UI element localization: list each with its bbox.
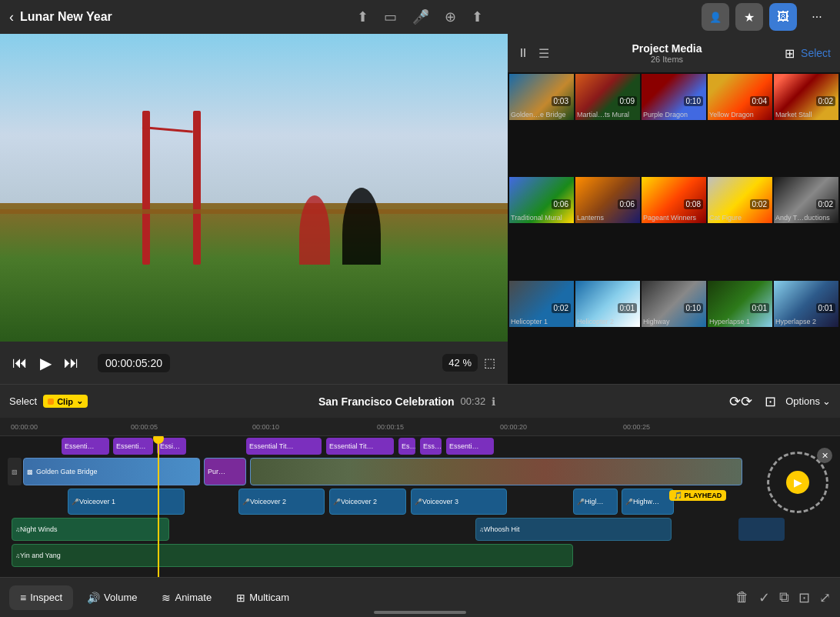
- whoosh-hit-clip[interactable]: ♫ Whoosh Hit: [475, 518, 672, 541]
- clip-arrow: ⌄: [76, 396, 83, 406]
- media-item-7[interactable]: 0:08Pageant Winners: [642, 177, 706, 223]
- voiceover-clip-5[interactable]: 🎤 Higl…: [573, 489, 618, 515]
- volume-button[interactable]: 🔊 Volume: [76, 585, 148, 610]
- top-bar-left: ‹ Lunar New Year: [9, 9, 702, 25]
- options-button[interactable]: Options ⌄: [785, 395, 831, 407]
- close-playhead-end-button[interactable]: ✕: [817, 448, 832, 463]
- info-icon[interactable]: ℹ: [492, 395, 495, 408]
- skip-forward-button[interactable]: ⏭: [64, 354, 79, 372]
- split-tool-button[interactable]: ⊡: [762, 390, 779, 413]
- confirm-button[interactable]: ✓: [758, 589, 770, 606]
- play-button[interactable]: ▶: [40, 354, 52, 372]
- video-track: ▧ ▩Golden Gate Bridge Pur…: [0, 456, 840, 487]
- playhead[interactable]: [158, 436, 159, 577]
- media-item-3[interactable]: 0:04Yellow Dragon: [708, 74, 772, 120]
- media-item-10[interactable]: 0:02Helicopter 1: [509, 281, 574, 327]
- voiceover-clip-1[interactable]: 🎤 Voiceover 1: [68, 489, 185, 515]
- grid-view-button[interactable]: ⊞: [785, 46, 795, 61]
- delete-button[interactable]: 🗑: [735, 589, 749, 605]
- media-library-button[interactable]: 🖼: [769, 3, 797, 31]
- timeline-tracks: Essenti… Essenti… Essi… Essential Tit… E…: [0, 436, 840, 577]
- timeline-ruler: 00:00:00 00:00:05 00:00:10 00:00:15 00:0…: [0, 418, 840, 436]
- media-item-0[interactable]: 0:03Golden…e Bridge: [509, 74, 574, 120]
- ruler-mark-2: 00:00:10: [252, 423, 279, 431]
- video-clip-1[interactable]: ▩Golden Gate Bridge: [23, 458, 200, 485]
- timecode-display: 00:00:05:20: [98, 354, 170, 372]
- export-icon[interactable]: ⬆: [472, 8, 483, 25]
- project-title: Lunar New Year: [20, 10, 112, 24]
- skip-back-button[interactable]: ⏮: [12, 354, 28, 372]
- fullscreen-button[interactable]: ⤢: [819, 589, 831, 606]
- inspect-icon: ≡: [20, 592, 26, 604]
- multicam-button[interactable]: ⊞ Multicam: [225, 585, 300, 610]
- media-item-1[interactable]: 0:09Martial…ts Mural: [575, 74, 640, 120]
- playhead-end-inner: ▶: [786, 471, 809, 494]
- add-effect-icon[interactable]: ⊕: [445, 8, 456, 25]
- media-grid: 0:03Golden…e Bridge0:09Martial…ts Mural0…: [508, 72, 840, 384]
- list-icon[interactable]: ☰: [538, 46, 549, 61]
- clip-indicator: Clip ⌄: [43, 395, 88, 408]
- title-clip-5[interactable]: Essential Tit…: [326, 438, 394, 455]
- zoom-icon[interactable]: ⬚: [484, 355, 495, 370]
- animate-button[interactable]: ≋ Animate: [151, 585, 222, 610]
- clip-dot: [48, 399, 54, 405]
- mic-icon[interactable]: 🎤: [412, 8, 429, 25]
- media-item-14[interactable]: 0:01Hyperlapse 2: [774, 281, 838, 327]
- yin-yang-clip[interactable]: ♫ Yin and Yang: [12, 544, 573, 567]
- media-item-9[interactable]: 0:02Andy T…ductions: [774, 177, 838, 223]
- title-clip-4[interactable]: Essential Tit…: [246, 438, 322, 455]
- timeline-area: Select Clip ⌄ San Francisco Celebration …: [0, 384, 840, 577]
- media-header-center: Project Media 26 Items: [555, 42, 778, 64]
- media-item-2[interactable]: 0:10Purple Dragon: [642, 74, 706, 120]
- timeline-select-label: Select: [9, 395, 37, 407]
- media-item-12[interactable]: 0:10Highway: [642, 281, 706, 327]
- ruler-mark-3: 00:00:15: [377, 423, 404, 431]
- voiceover-clip-4[interactable]: 🎤 Voiceover 3: [411, 489, 507, 515]
- title-clip-1[interactable]: Essenti…: [62, 438, 109, 455]
- split-button[interactable]: ⧉: [779, 589, 789, 605]
- more-button[interactable]: ···: [803, 3, 831, 31]
- voiceover-clip-6[interactable]: 🎤 Highw…: [622, 489, 674, 515]
- video-clip-3[interactable]: [250, 458, 742, 485]
- media-panel-title: Project Media: [555, 42, 778, 55]
- voiceover-clip-3[interactable]: 🎤 Voiceover 2: [329, 489, 406, 515]
- sfx-clip-end[interactable]: [738, 518, 785, 541]
- ruler-mark-1: 00:00:05: [131, 423, 158, 431]
- title-track: Essenti… Essenti… Essi… Essential Tit… E…: [0, 436, 840, 456]
- detach-button[interactable]: ⊡: [798, 589, 810, 606]
- video-controls: ⏮ ▶ ⏭ 00:00:05:20 42 % ⬚: [0, 342, 508, 384]
- star-button[interactable]: ★: [735, 3, 763, 31]
- media-item-4[interactable]: 0:02Market Stall: [774, 74, 838, 120]
- title-clip-6[interactable]: Es…: [398, 438, 415, 455]
- video-clip-2[interactable]: Pur…: [204, 458, 246, 485]
- media-item-6[interactable]: 0:06Lanterns: [575, 177, 640, 223]
- link-tool-button[interactable]: ⟳⟳: [726, 390, 755, 413]
- media-select-button[interactable]: Select: [801, 47, 831, 59]
- clip-duration: 00:32: [461, 395, 486, 407]
- voiceover-clip-2[interactable]: 🎤 Voiceover 2: [238, 489, 325, 515]
- clip-label: Clip: [57, 397, 73, 406]
- avatar-button[interactable]: 👤: [702, 3, 729, 31]
- bg-music-track: ♫ Yin and Yang: [0, 542, 840, 569]
- zoom-value: 42 %: [442, 354, 478, 372]
- title-clip-2[interactable]: Essenti…: [113, 438, 153, 455]
- camera-icon[interactable]: ▭: [384, 8, 397, 25]
- inspect-button[interactable]: ≡ Inspect: [9, 585, 73, 610]
- media-item-13[interactable]: 0:01Hyperlapse 1: [708, 281, 772, 327]
- top-bar-center: ⬆ ▭ 🎤 ⊕ ⬆: [357, 8, 483, 25]
- back-button[interactable]: ‹: [9, 9, 14, 25]
- zoom-control: 42 % ⬚: [442, 354, 495, 372]
- title-clip-8[interactable]: Essenti…: [446, 438, 494, 455]
- multicam-icon: ⊞: [236, 592, 245, 604]
- pause-icon[interactable]: ⏸: [517, 46, 529, 60]
- media-item-11[interactable]: 0:01Helicopter 2: [575, 281, 640, 327]
- title-clip-7[interactable]: Ess…: [420, 438, 442, 455]
- main-area: ⏮ ▶ ⏭ 00:00:05:20 42 % ⬚ ⏸ ☰ Project: [0, 34, 840, 617]
- media-item-8[interactable]: 0:02Cat Figure: [708, 177, 772, 223]
- share-icon[interactable]: ⬆: [357, 8, 368, 25]
- media-panel-header: ⏸ ☰ Project Media 26 Items ⊞ Select: [508, 34, 840, 72]
- volume-icon: 🔊: [87, 592, 100, 604]
- media-item-5[interactable]: 0:06Traditional Mural: [509, 177, 574, 223]
- night-winds-clip[interactable]: ♫ Night Winds: [12, 518, 169, 541]
- clip-name: San Francisco Celebration: [318, 395, 455, 408]
